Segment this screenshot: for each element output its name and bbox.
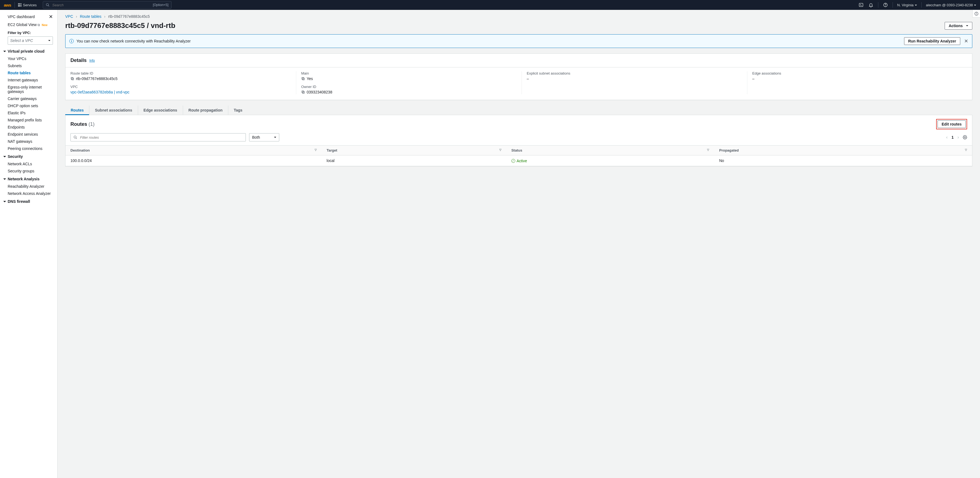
grid-icon bbox=[18, 3, 21, 6]
vpc-link[interactable]: vpc-0ef2aea663782eb8a | vnd-vpc bbox=[70, 90, 129, 94]
table-row[interactable]: 100.0.0.0/24 local ✓ Active No bbox=[65, 155, 972, 166]
sort-icon: ▽ bbox=[965, 148, 967, 151]
sidebar-item-reachability-analyzer[interactable]: Reachability Analyzer bbox=[0, 183, 57, 190]
bell-icon[interactable] bbox=[868, 2, 874, 8]
field-value: 039323408238 bbox=[307, 90, 332, 94]
tab-subnet-associations[interactable]: Subnet associations bbox=[89, 105, 138, 115]
col-propagated[interactable]: Propagated▽ bbox=[714, 145, 972, 155]
col-destination[interactable]: Destination▽ bbox=[65, 145, 322, 155]
info-rail-toggle[interactable] bbox=[972, 10, 980, 18]
filter-routes-search[interactable] bbox=[70, 133, 246, 142]
sidebar-item-internet-gateways[interactable]: Internet gateways bbox=[0, 76, 57, 84]
sidebar-item-route-tables[interactable]: Route tables bbox=[0, 69, 57, 76]
field-label: Edge associations bbox=[752, 71, 966, 75]
aws-logo[interactable]: aws bbox=[4, 2, 15, 8]
copy-icon[interactable] bbox=[70, 77, 74, 81]
sidebar-item-network-acls[interactable]: Network ACLs bbox=[0, 160, 57, 167]
sidebar-section-analysis[interactable]: Network Analysis bbox=[0, 175, 57, 183]
chevron-right-icon: › bbox=[104, 14, 105, 19]
cell-target: local bbox=[322, 155, 506, 166]
triangle-down-icon bbox=[3, 51, 6, 53]
field-label: Owner ID bbox=[301, 85, 515, 89]
account-menu[interactable]: aleccham @ 0393-2340-8238 bbox=[926, 3, 976, 7]
search-hint: [Option+S] bbox=[153, 3, 169, 7]
tab-tags[interactable]: Tags bbox=[228, 105, 248, 115]
tab-route-propagation[interactable]: Route propagation bbox=[183, 105, 228, 115]
tabs: Routes Subnet associations Edge associat… bbox=[65, 105, 972, 115]
sidebar-item-carrier-gateways[interactable]: Carrier gateways bbox=[0, 95, 57, 102]
highlight: Edit routes bbox=[936, 119, 967, 129]
tab-edge-associations[interactable]: Edge associations bbox=[138, 105, 183, 115]
cell-status: ✓ Active bbox=[506, 155, 714, 166]
tab-routes[interactable]: Routes bbox=[65, 105, 89, 115]
sidebar-dashboard[interactable]: VPC dashboard bbox=[8, 14, 35, 19]
filter-input[interactable] bbox=[80, 135, 243, 140]
sidebar-item-network-access-analyzer[interactable]: Network Access Analyzer bbox=[0, 190, 57, 197]
field-label: Route table ID bbox=[70, 71, 290, 75]
banner-text: You can now check network connectivity w… bbox=[76, 39, 191, 43]
cell-propagated: No bbox=[714, 155, 972, 166]
svg-rect-9 bbox=[72, 78, 74, 80]
services-menu[interactable]: Services bbox=[18, 3, 40, 7]
next-page-button[interactable]: › bbox=[958, 135, 959, 140]
chevron-down-icon bbox=[274, 137, 276, 139]
sidebar-item-nat-gateways[interactable]: NAT gateways bbox=[0, 138, 57, 145]
close-icon[interactable]: ✕ bbox=[964, 38, 968, 44]
vpc-filter-select[interactable]: Select a VPC bbox=[8, 37, 53, 45]
chevron-down-icon bbox=[48, 40, 51, 42]
sidebar-item-security-groups[interactable]: Security groups bbox=[0, 167, 57, 175]
close-icon[interactable]: ✕ bbox=[49, 14, 53, 19]
sidebar-item-your-vpcs[interactable]: Your VPCs bbox=[0, 55, 57, 62]
prev-page-button[interactable]: ‹ bbox=[946, 135, 948, 140]
scope-select[interactable]: Both bbox=[249, 133, 279, 142]
field-label: Main bbox=[301, 71, 515, 75]
svg-point-8 bbox=[976, 13, 977, 13]
sidebar-item-peering[interactable]: Peering connections bbox=[0, 145, 57, 152]
copy-icon[interactable] bbox=[301, 90, 305, 94]
details-info-link[interactable]: Info bbox=[89, 59, 95, 62]
sidebar-item-endpoints[interactable]: Endpoints bbox=[0, 124, 57, 131]
svg-point-0 bbox=[46, 3, 48, 6]
actions-button[interactable]: Actions bbox=[945, 22, 972, 30]
sidebar-item-subnets[interactable]: Subnets bbox=[0, 62, 57, 69]
gear-icon[interactable] bbox=[963, 135, 967, 140]
svg-rect-14 bbox=[302, 91, 304, 92]
filter-label: Filter by VPC: bbox=[0, 29, 57, 35]
sidebar-item-elastic-ips[interactable]: Elastic IPs bbox=[0, 109, 57, 116]
help-icon[interactable] bbox=[883, 2, 888, 8]
sort-icon: ▽ bbox=[707, 148, 709, 151]
details-panel: Details Info Route table ID rtb-09d7767e… bbox=[65, 53, 972, 100]
sidebar-item-dhcp-option-sets[interactable]: DHCP option sets bbox=[0, 102, 57, 109]
main-content: VPC › Route tables › rtb-09d7767e8883c45… bbox=[57, 10, 980, 478]
cell-destination: 100.0.0.0/24 bbox=[65, 155, 322, 166]
sidebar-section-dns[interactable]: DNS firewall bbox=[0, 197, 57, 205]
svg-rect-11 bbox=[302, 78, 304, 80]
sidebar-section-security[interactable]: Security bbox=[0, 152, 57, 160]
routes-table: Destination▽ Target▽ Status▽ Propagated▽… bbox=[65, 145, 972, 166]
cloudshell-icon[interactable] bbox=[858, 2, 864, 8]
svg-rect-13 bbox=[302, 92, 304, 94]
field-value: – bbox=[527, 76, 740, 81]
search-input[interactable] bbox=[52, 3, 151, 7]
col-target[interactable]: Target▽ bbox=[322, 145, 506, 155]
info-icon: i bbox=[69, 39, 74, 43]
field-value: Yes bbox=[307, 76, 313, 81]
breadcrumb-vpc[interactable]: VPC bbox=[65, 14, 73, 19]
field-label: VPC bbox=[70, 85, 290, 89]
routes-panel: Routes (1) Edit routes Both bbox=[65, 115, 972, 166]
region-selector[interactable]: N. Virginia bbox=[897, 3, 917, 7]
breadcrumb-route-tables[interactable]: Route tables bbox=[80, 14, 102, 19]
copy-icon[interactable] bbox=[301, 77, 305, 81]
svg-point-15 bbox=[74, 136, 76, 138]
sidebar-ec2-global[interactable]: EC2 Global View ⧉ New bbox=[0, 21, 57, 29]
sidebar-item-managed-prefix-lists[interactable]: Managed prefix lists bbox=[0, 116, 57, 124]
sidebar-section-vpc[interactable]: Virtual private cloud bbox=[0, 47, 57, 55]
sidebar-item-egress-gateways[interactable]: Egress-only internet gateways bbox=[0, 84, 57, 95]
triangle-down-icon bbox=[3, 201, 6, 204]
svg-line-16 bbox=[76, 138, 77, 139]
global-search[interactable]: [Option+S] bbox=[43, 1, 172, 9]
run-reachability-button[interactable]: Run Reachability Analyzer bbox=[904, 37, 960, 45]
edit-routes-button[interactable]: Edit routes bbox=[937, 120, 966, 128]
col-status[interactable]: Status▽ bbox=[506, 145, 714, 155]
sidebar-item-endpoint-services[interactable]: Endpoint services bbox=[0, 131, 57, 138]
